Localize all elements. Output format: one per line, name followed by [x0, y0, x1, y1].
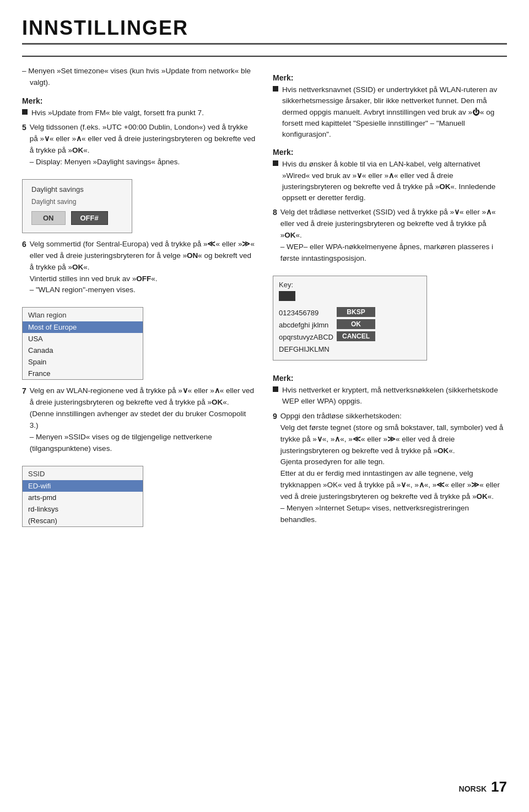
ssid-item-2[interactable]: rd-linksys: [23, 503, 143, 515]
merk1-text: Hvis »Update from FM« ble valgt, forsett…: [31, 107, 256, 119]
key-chars: 0123456789 abcdefghi jklmn opqrstuvyzABC…: [279, 307, 333, 356]
ssid-item-1[interactable]: arts-pmd: [23, 492, 143, 503]
step5: 5 Velg tidssonen (f.eks. »UTC +00:00 Dub…: [22, 122, 256, 168]
step7-num: 7: [22, 385, 26, 397]
step9: 9 Oppgi den trådløse sikkerhetskoden: Ve…: [273, 411, 507, 526]
wlan-title: Wlan region: [23, 308, 143, 321]
wlan-item-4[interactable]: France: [23, 368, 143, 379]
bullet-icon-r1: [273, 86, 278, 92]
page-title: INNSTILLINGER: [22, 17, 507, 45]
key-row-0: 0123456789: [279, 307, 333, 319]
step5-num: 5: [22, 122, 26, 134]
step6: 6 Velg sommertid (for Sentral-Europa) ve…: [22, 239, 256, 297]
key-label: Key:: [279, 281, 421, 289]
merk-r1-label: Merk:: [273, 73, 507, 82]
ssid-item-0[interactable]: ED-wifi: [23, 480, 143, 492]
key-row-3: DEFGHIJKLMN: [279, 343, 333, 356]
key-actions: BKSP OK CANCEL: [337, 307, 375, 341]
merk-r3-text: Hvis nettverket er kryptert, må nettverk…: [282, 385, 507, 407]
ok-button[interactable]: OK: [337, 319, 375, 329]
merk-r2-label: Merk:: [273, 148, 507, 157]
bullet-icon: [22, 109, 28, 115]
left-column: – Menyen »Set timezone« vises (kun hvis …: [22, 66, 256, 533]
ssid-item-3[interactable]: (Rescan): [23, 515, 143, 526]
wlan-item-3[interactable]: Spain: [23, 356, 143, 368]
step9-text: Oppgi den trådløse sikkerhetskoden: Velg…: [280, 411, 507, 526]
daylight-subtitle: Daylight saving: [31, 198, 123, 206]
key-widget: Key: 0123456789 abcdefghi jklmn opqrstuv…: [273, 276, 427, 361]
key-grid: 0123456789 abcdefghi jklmn opqrstuvyzABC…: [279, 307, 421, 356]
page-footer: NORSK 17: [459, 778, 507, 795]
step7-text: Velg en av WLAN-regionene ved å trykke p…: [30, 385, 256, 455]
intro-text: – Menyen »Set timezone« vises (kun hvis …: [22, 66, 256, 89]
bullet-icon-r2: [273, 160, 278, 166]
wlan-item-2[interactable]: Canada: [23, 345, 143, 356]
step9-num: 9: [273, 411, 277, 423]
merk-r3-bullet: Hvis nettverket er kryptert, må nettverk…: [273, 385, 507, 407]
right-column: Merk: Hvis nettverksnavnet (SSID) er und…: [273, 66, 507, 533]
step8-num: 8: [273, 207, 277, 219]
step5-text: Velg tidssonen (f.eks. »UTC +00:00 Dubli…: [30, 122, 256, 168]
step7: 7 Velg en av WLAN-regionene ved å trykke…: [22, 385, 256, 455]
daylight-title: Daylight savings: [31, 185, 123, 193]
merk-r1-text: Hvis nettverksnavnet (SSID) er undertryk…: [282, 84, 507, 140]
step8: 8 Velg det trådløse nettverket (SSID) ve…: [273, 207, 507, 265]
merk-r2-bullet: Hvis du ønsker å koble til via en LAN-ka…: [273, 159, 507, 203]
merk-r1-bullet: Hvis nettverksnavnet (SSID) er undertryk…: [273, 84, 507, 140]
footer-lang: NORSK: [459, 784, 487, 793]
cancel-button[interactable]: CANCEL: [337, 331, 375, 341]
merk-r3-label: Merk:: [273, 374, 507, 383]
key-cursor: [279, 291, 295, 301]
key-row-1: abcdefghi jklmn: [279, 319, 333, 331]
wlan-widget: Wlan region Most of Europe USA Canada Sp…: [22, 307, 143, 380]
key-row-2: opqrstuvyzABCD: [279, 331, 333, 343]
merk1-label: Merk:: [22, 96, 256, 105]
bullet-icon-r3: [273, 386, 278, 392]
btn-off[interactable]: OFF#: [71, 211, 108, 225]
merk1-bullet: Hvis »Update from FM« ble valgt, forsett…: [22, 107, 256, 119]
ssid-title: SSID: [23, 466, 143, 480]
daylight-widget: Daylight savings Daylight saving ON OFF#: [22, 179, 132, 233]
step6-text: Velg sommertid (for Sentral-Europa) ved …: [30, 239, 256, 297]
step8-text: Velg det trådløse nettverket (SSID) ved …: [280, 207, 507, 265]
btn-on[interactable]: ON: [31, 211, 66, 225]
step6-num: 6: [22, 239, 26, 251]
wlan-item-1[interactable]: USA: [23, 333, 143, 345]
bksp-button[interactable]: BKSP: [337, 307, 375, 317]
daylight-buttons: ON OFF#: [31, 211, 123, 225]
merk-r2-text: Hvis du ønsker å koble til via en LAN-ka…: [282, 159, 507, 203]
footer-page-num: 17: [491, 778, 507, 795]
ssid-widget: SSID ED-wifi arts-pmd rd-linksys (Rescan…: [22, 466, 143, 527]
wlan-item-0[interactable]: Most of Europe: [23, 321, 143, 333]
